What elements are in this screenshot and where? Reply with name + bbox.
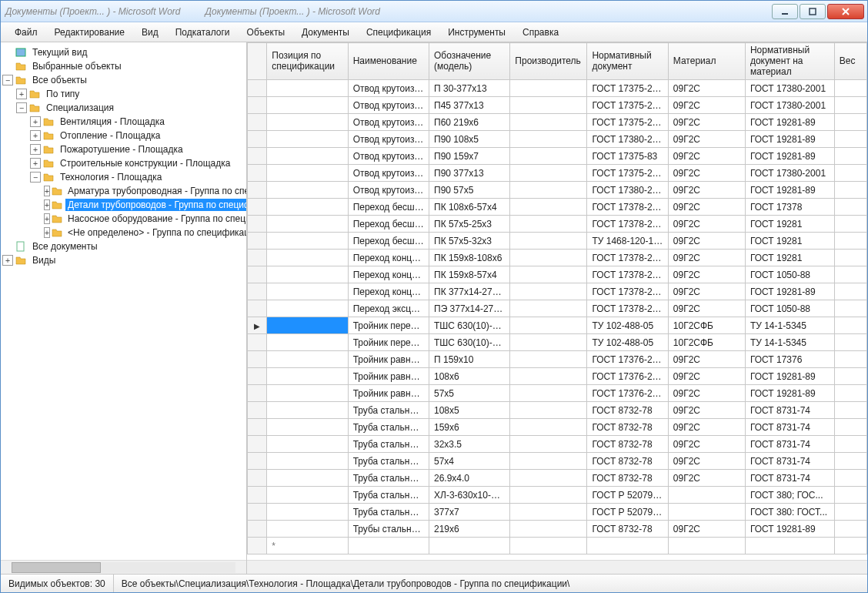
table-row[interactable]: Труба стальная ...32х3.5ГОСТ 8732-7809Г2… — [248, 436, 867, 453]
table-row[interactable]: Трубы стальны...219х6ГОСТ 8732-7809Г2СГО… — [248, 521, 867, 538]
data-grid[interactable]: Позиция по спецификации Наименование Обо… — [247, 42, 867, 560]
tree-hscrollbar[interactable] — [1, 560, 246, 574]
table-row[interactable]: Труба стальная ...377х7ГОСТ Р 52079-2...… — [248, 504, 867, 521]
tree-heating[interactable]: +Отопление - Площадка — [30, 129, 245, 142]
folder-icon — [52, 185, 62, 197]
table-row[interactable]: Переход бесшо...ПК 57х5-32х3ТУ 1468-120-… — [248, 233, 867, 250]
view-icon — [15, 46, 27, 59]
menu-subcatalogs[interactable]: Подкаталоги — [168, 25, 238, 40]
folder-icon — [42, 157, 55, 169]
expander-icon[interactable]: + — [16, 89, 27, 99]
svg-rect-4 — [16, 49, 25, 56]
table-row[interactable]: Тройник равноп...П 159х10ГОСТ 17376-2001… — [248, 351, 867, 368]
menu-documents[interactable]: Документы — [294, 25, 357, 40]
expander-icon[interactable]: − — [2, 75, 13, 85]
folder-icon — [42, 116, 55, 128]
table-row[interactable]: Труба стальная ...ХЛ-3-630х10-К60ГОСТ Р … — [248, 487, 867, 504]
table-row[interactable]: Отвод крутоизо...П 30-377х13ГОСТ 17375-2… — [248, 80, 867, 97]
table-row[interactable]: Отвод крутоизо...П45 377х13ГОСТ 17375-20… — [248, 97, 867, 114]
tree-all-documents[interactable]: Все документы — [2, 240, 245, 253]
minimize-button[interactable] — [772, 4, 798, 19]
close-button[interactable] — [827, 4, 864, 19]
title-ghost: Документы (Проект... ) - Microsoft Word … — [1, 6, 769, 17]
table-row[interactable]: Переход концен...ПК 159х8-108х6ГОСТ 1737… — [248, 250, 867, 266]
folder-open-icon — [42, 171, 55, 183]
svg-rect-5 — [17, 242, 24, 251]
table-row[interactable]: Труба стальная ...108х5ГОСТ 8732-7809Г2С… — [248, 402, 867, 419]
status-path: Все объекты\Специализация\Технология - П… — [114, 575, 867, 592]
folder-icon — [52, 226, 62, 239]
folder-open-icon — [15, 74, 27, 86]
menu-specification[interactable]: Спецификация — [359, 25, 439, 40]
tree-armature[interactable]: +Арматура трубопроводная - Группа по спе… — [44, 184, 245, 198]
tree-fire[interactable]: +Пожаротушение - Площадка — [30, 142, 245, 156]
tree-pane: Текущий вид Выбранные объекты − Все объе… — [1, 42, 247, 574]
folder-icon — [42, 129, 55, 142]
tree-views[interactable]: +Виды — [2, 253, 245, 267]
table-pane: Позиция по спецификации Наименование Обо… — [247, 42, 867, 574]
col-normmat[interactable]: Нормативный документ на материал — [745, 43, 834, 80]
folder-icon — [28, 88, 41, 100]
menu-help[interactable]: Справка — [515, 25, 566, 40]
table-row[interactable]: Отвод крутоизо...П90 108х5ГОСТ 17380-200… — [248, 131, 867, 148]
tree-by-type[interactable]: + По типу — [16, 87, 245, 101]
table-row[interactable]: Тройник равноп...57х5ГОСТ 17376-200109Г2… — [248, 385, 867, 402]
status-bar: Видимых объектов: 30 Все объекты\Специал… — [1, 574, 867, 592]
expander-icon[interactable]: − — [16, 102, 27, 113]
tree-ventilation[interactable]: +Вентиляция - Площадка — [30, 115, 245, 129]
table-row[interactable]: Переход бесшо...ПК 108х6-57х4ГОСТ 17378-… — [248, 199, 867, 216]
tree-technology[interactable]: −Технология - Площадка — [30, 170, 245, 184]
tree-specialization[interactable]: − Специализация — [16, 101, 245, 115]
table-row[interactable]: Тройник перехо...ТШС 630(10)-159...ТУ 10… — [248, 317, 867, 334]
status-count: Видимых объектов: 30 — [1, 575, 114, 592]
col-designation[interactable]: Обозначение (модель) — [429, 43, 510, 80]
title-ghost-2: Документы (Проект... ) - Microsoft Word — [205, 6, 381, 17]
tree[interactable]: Текущий вид Выбранные объекты − Все объе… — [1, 42, 246, 560]
app-window: Документы (Проект... ) - Microsoft Word … — [0, 0, 868, 593]
table-row[interactable]: Переход концен...ПК 377х14-273х12ГОСТ 17… — [248, 283, 867, 300]
maximize-button[interactable] — [800, 4, 826, 19]
col-weight[interactable]: Вес — [834, 43, 866, 80]
table-hscrollbar[interactable] — [247, 560, 867, 574]
table-row[interactable]: Тройник перехо...ТШС 630(10)-377...ТУ 10… — [248, 334, 867, 351]
document-icon — [15, 240, 27, 253]
tree-pumps[interactable]: +Насосное оборудование - Группа по специ… — [44, 212, 245, 226]
menu-objects[interactable]: Объекты — [239, 25, 293, 40]
tree-undefined[interactable]: +<Не определено> - Группа по спецификаци… — [44, 226, 245, 240]
menu-view[interactable]: Вид — [134, 25, 166, 40]
menu-tools[interactable]: Инструменты — [440, 25, 513, 40]
menu-edit[interactable]: Редактирование — [47, 25, 132, 40]
table-row[interactable]: Отвод крутоизо...П90 159х7ГОСТ 17375-830… — [248, 148, 867, 165]
table-header: Позиция по спецификации Наименование Обо… — [248, 43, 867, 80]
titlebar: Документы (Проект... ) - Microsoft Word … — [1, 1, 867, 22]
table-row[interactable]: Отвод крутоизо...П90 377х13ГОСТ 17375-20… — [248, 165, 867, 182]
col-position[interactable]: Позиция по спецификации — [267, 43, 348, 80]
col-manufacturer[interactable]: Производитель — [510, 43, 587, 80]
tree-current-view[interactable]: Текущий вид — [2, 45, 245, 59]
folder-icon — [52, 213, 62, 225]
table-row[interactable]: Труба стальная ...26.9х4.0ГОСТ 8732-7809… — [248, 470, 867, 487]
folder-icon — [42, 143, 55, 156]
tree-all-objects[interactable]: − Все объекты — [2, 73, 245, 87]
menu-file[interactable]: Файл — [7, 25, 45, 40]
title-ghost-1: Документы (Проект... ) - Microsoft Word — [5, 6, 181, 17]
table-row[interactable]: Отвод крутоизо...П60 219х6ГОСТ 17375-200… — [248, 114, 867, 131]
folder-icon — [52, 199, 62, 211]
table-row[interactable]: Труба стальная ...57х4ГОСТ 8732-7809Г2СГ… — [248, 453, 867, 470]
table-row[interactable]: Переход эксцен...ПЭ 377х14-273х12ГОСТ 17… — [248, 300, 867, 317]
table-row[interactable]: Отвод крутоизо...П90 57х5ГОСТ 17380-2001… — [248, 182, 867, 199]
col-name[interactable]: Наименование — [348, 43, 429, 80]
svg-rect-1 — [810, 8, 816, 15]
table-row[interactable]: Переход бесшо...ПК 57х5-25х3ГОСТ 17378-2… — [248, 216, 867, 233]
tree-build[interactable]: +Строительные конструкции - Площадка — [30, 156, 245, 170]
col-normdoc[interactable]: Нормативный документ — [587, 43, 668, 80]
tree-selected-objects[interactable]: Выбранные объекты — [2, 59, 245, 73]
table-row[interactable]: Труба стальная ...159х6ГОСТ 8732-7809Г2С… — [248, 419, 867, 436]
folder-icon — [15, 60, 27, 72]
folder-icon — [15, 254, 27, 266]
table-row[interactable]: Переход концен...ПК 159х8-57х4ГОСТ 17378… — [248, 266, 867, 283]
table-row[interactable]: Тройник равноп...108х6ГОСТ 17376-200109Г… — [248, 368, 867, 385]
table-new-row[interactable]: * — [248, 538, 867, 554]
col-material[interactable]: Материал — [668, 43, 745, 80]
tree-pipeline-details[interactable]: +Детали трубопроводов - Группа по специф… — [44, 198, 245, 212]
